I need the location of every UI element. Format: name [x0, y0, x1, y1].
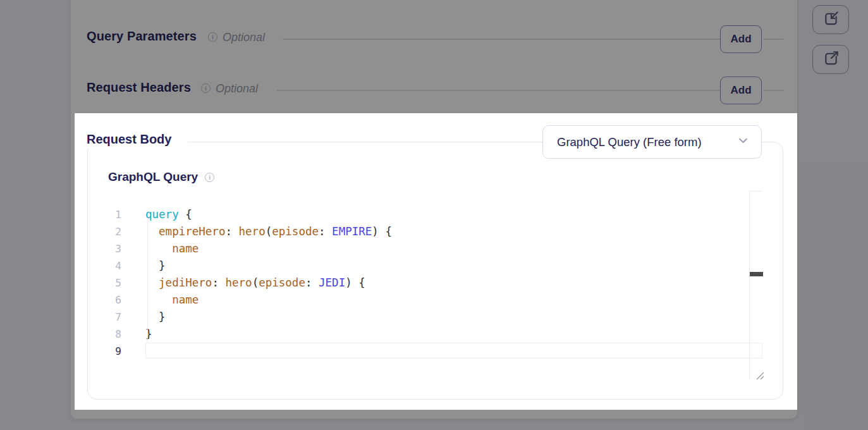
- body-type-select[interactable]: GraphQL Query (Free form): [542, 125, 762, 159]
- code-line[interactable]: 5 jediHero: hero(episode: JEDI) {: [106, 274, 764, 292]
- code-text: }: [145, 326, 152, 343]
- page: Query Parameters Optional Add Request He…: [0, 0, 868, 430]
- code-line[interactable]: 2 empireHero: hero(episode: EMPIRE) {: [106, 223, 764, 240]
- info-icon[interactable]: [205, 173, 214, 182]
- resize-grip-icon[interactable]: [756, 371, 764, 383]
- editor-scrollbar-thumb[interactable]: [750, 272, 763, 276]
- indent-guide: [147, 223, 148, 343]
- editor-scrollbar-track: [749, 191, 762, 379]
- code-text: query {: [145, 206, 192, 223]
- line-number: 8: [106, 328, 121, 340]
- request-body-panel: Request Body GraphQL Query (Free form) G…: [75, 113, 797, 410]
- line-number: 2: [106, 226, 121, 238]
- graphql-query-label: GraphQL Query: [108, 170, 198, 184]
- request-body-title: Request Body: [87, 131, 188, 148]
- line-number: 9: [106, 345, 121, 357]
- line-number: 5: [106, 277, 121, 289]
- code-text: name: [145, 292, 199, 309]
- code-line[interactable]: 9: [106, 343, 764, 360]
- chevron-down-icon: [738, 135, 749, 149]
- code-line[interactable]: 8}: [106, 326, 764, 343]
- line-number: 4: [106, 260, 121, 272]
- line-number: 6: [106, 294, 121, 306]
- code-text: }: [145, 309, 166, 326]
- line-number: 1: [106, 209, 121, 221]
- code-text: name: [145, 240, 199, 257]
- body-type-select-value: GraphQL Query (Free form): [557, 135, 738, 149]
- line-number: 3: [106, 243, 121, 255]
- code-line[interactable]: 3 name: [106, 240, 764, 257]
- code-line[interactable]: 6 name: [106, 292, 764, 309]
- code-line[interactable]: 4 }: [106, 257, 764, 274]
- code-lines: 1query {2 empireHero: hero(episode: EMPI…: [106, 206, 764, 360]
- code-line[interactable]: 7 }: [106, 309, 764, 326]
- line-number: 7: [106, 311, 121, 323]
- code-text: }: [145, 257, 166, 274]
- code-text: jediHero: hero(episode: JEDI) {: [145, 274, 365, 292]
- code-text: empireHero: hero(episode: EMPIRE) {: [145, 223, 392, 240]
- graphql-code-editor[interactable]: 1query {2 empireHero: hero(episode: EMPI…: [106, 206, 764, 360]
- code-line[interactable]: 1query {: [106, 206, 764, 223]
